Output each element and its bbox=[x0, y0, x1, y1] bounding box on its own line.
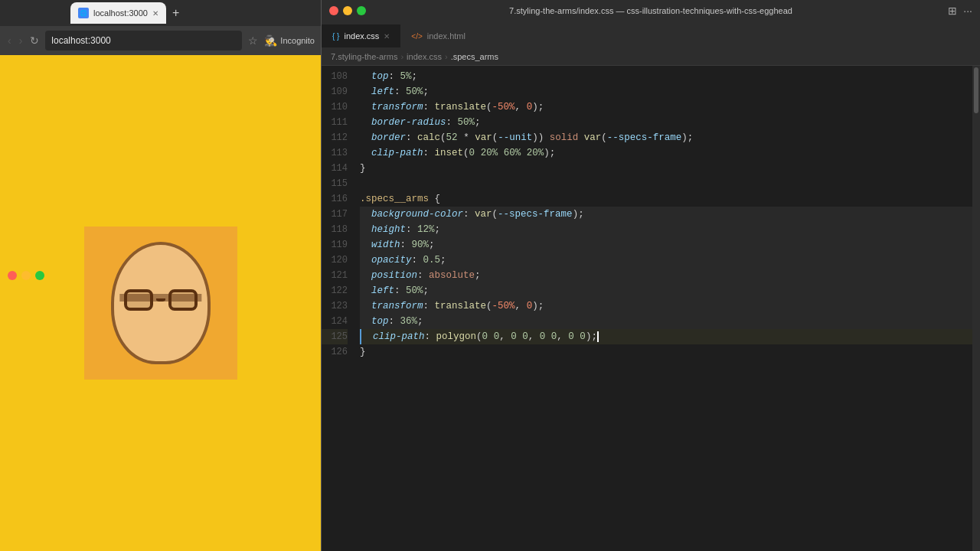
incognito-badge: 🕵 Incognito bbox=[264, 34, 315, 47]
forward-button[interactable]: › bbox=[18, 34, 24, 47]
editor-tabs: { } index.css ✕ </> index.html bbox=[322, 21, 980, 47]
egg-face bbox=[111, 242, 211, 364]
code-line-114: } bbox=[360, 161, 972, 176]
breadcrumb-sep-1: › bbox=[400, 52, 403, 61]
code-line-111: border-radius: 50%; bbox=[360, 115, 972, 130]
tab-css-close[interactable]: ✕ bbox=[384, 32, 390, 41]
incognito-icon: 🕵 bbox=[264, 34, 277, 47]
editor-top-bar: 7.styling-the-arms/index.css — css-illus… bbox=[322, 0, 980, 21]
close-button[interactable] bbox=[8, 271, 17, 280]
breadcrumb-part-2: index.css bbox=[407, 52, 442, 61]
code-line-113: clip-path: inset(0 20% 60% 20%); bbox=[360, 145, 972, 161]
code-line-108: top: 5%; bbox=[360, 69, 972, 84]
editor-maximize-button[interactable] bbox=[357, 6, 366, 15]
minimize-button[interactable] bbox=[21, 271, 31, 280]
code-line-123: transform: translate(-50%, 0); bbox=[360, 298, 972, 314]
lens-right bbox=[168, 289, 198, 311]
more-actions-icon[interactable]: ··· bbox=[963, 5, 972, 17]
tab-favicon: 🌐 bbox=[78, 8, 89, 18]
text-cursor bbox=[597, 331, 599, 342]
code-line-119: width: 90%; bbox=[360, 237, 972, 253]
reload-button[interactable]: ↻ bbox=[28, 34, 41, 47]
breadcrumb-bar: 7.styling-the-arms › index.css › .specs_… bbox=[322, 47, 980, 66]
new-tab-button[interactable]: + bbox=[169, 6, 182, 20]
specs-frame bbox=[124, 289, 198, 311]
tab-html-label: index.html bbox=[427, 31, 466, 41]
editor-minimize-button[interactable] bbox=[343, 6, 352, 15]
code-content[interactable]: top: 5%; left: 50%; transform: translate… bbox=[357, 66, 972, 551]
browser-tab-bar: 🌐 localhost:3000 ✕ + bbox=[0, 0, 321, 26]
code-line-110: transform: translate(-50%, 0); bbox=[360, 99, 972, 115]
address-input[interactable] bbox=[45, 31, 242, 51]
editor-window-controls bbox=[329, 6, 366, 15]
code-line-112: border: calc(52 * var(--unit)) solid var… bbox=[360, 130, 972, 145]
editor-toolbar-icons: ⊞ ··· bbox=[948, 5, 972, 17]
tab-index-html[interactable]: </> index.html bbox=[400, 24, 476, 47]
code-line-109: left: 50%; bbox=[360, 84, 972, 99]
code-line-120: opacity: 0.5; bbox=[360, 253, 972, 268]
back-button[interactable]: ‹ bbox=[6, 34, 13, 47]
scrollbar-thumb[interactable] bbox=[974, 67, 978, 113]
nose-bridge bbox=[156, 298, 165, 302]
lens-left bbox=[124, 289, 153, 311]
egg-container bbox=[84, 227, 237, 380]
html-file-icon: </> bbox=[411, 32, 422, 41]
incognito-label: Incognito bbox=[280, 36, 315, 45]
breadcrumb-sep-2: › bbox=[445, 52, 448, 61]
editor-panel: 7.styling-the-arms/index.css — css-illus… bbox=[322, 0, 980, 551]
bookmark-button[interactable]: ☆ bbox=[247, 34, 260, 47]
line-numbers: 108 109 110 111 112 113 114 115 116 117 … bbox=[322, 66, 357, 551]
tab-index-css[interactable]: { } index.css ✕ bbox=[322, 24, 400, 47]
address-bar: ‹ › ↻ ☆ 🕵 Incognito bbox=[0, 26, 321, 55]
browser-content bbox=[0, 55, 321, 551]
code-line-122: left: 50%; bbox=[360, 283, 972, 298]
code-line-115 bbox=[360, 176, 972, 191]
editor-close-button[interactable] bbox=[329, 6, 338, 15]
browser-panel: 🌐 localhost:3000 ✕ + ‹ › ↻ ☆ 🕵 Incognito bbox=[0, 0, 322, 551]
code-line-121: position: absolute; bbox=[360, 268, 972, 283]
code-line-125: clip-path: polygon(0 0, 0 0, 0 0, 0 0); bbox=[360, 329, 972, 344]
split-editor-icon[interactable]: ⊞ bbox=[948, 5, 957, 17]
window-controls bbox=[8, 271, 44, 280]
breadcrumb-part-1: 7.styling-the-arms bbox=[331, 52, 397, 61]
browser-tab-localhost[interactable]: 🌐 localhost:3000 ✕ bbox=[70, 2, 166, 24]
code-line-118: height: 12%; bbox=[360, 222, 972, 237]
css-file-icon: { } bbox=[332, 32, 339, 41]
main-container: 🌐 localhost:3000 ✕ + ‹ › ↻ ☆ 🕵 Incognito bbox=[0, 0, 980, 551]
breadcrumb-part-3: .specs_arms bbox=[451, 52, 498, 61]
maximize-button[interactable] bbox=[35, 271, 44, 280]
code-line-116: .specs__arms { bbox=[360, 191, 972, 207]
scrollbar[interactable] bbox=[972, 66, 980, 551]
code-area: 108 109 110 111 112 113 114 115 116 117 … bbox=[322, 66, 980, 551]
code-line-126: } bbox=[360, 344, 972, 360]
tab-css-label: index.css bbox=[344, 31, 379, 41]
editor-window-title: 7.styling-the-arms/index.css — css-illus… bbox=[509, 6, 792, 15]
code-line-117: background-color: var(--specs-frame); bbox=[360, 207, 972, 222]
tab-label: localhost:3000 bbox=[93, 8, 148, 18]
tab-close-icon[interactable]: ✕ bbox=[152, 9, 158, 18]
code-line-124: top: 36%; bbox=[360, 314, 972, 329]
